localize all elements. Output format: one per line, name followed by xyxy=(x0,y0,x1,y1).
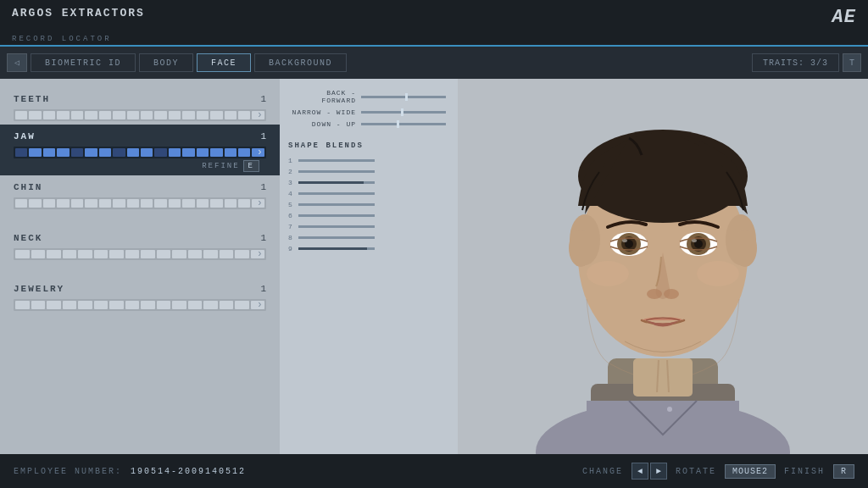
blend-num-6: 6 xyxy=(288,212,295,219)
blend-row-4: 4 xyxy=(288,190,458,197)
blend-track-1[interactable] xyxy=(298,159,375,162)
blend-row-3: 3 xyxy=(288,179,458,186)
blend-num-3: 3 xyxy=(288,179,295,186)
category-teeth[interactable]: TEETH 1 › xyxy=(0,87,280,125)
category-jaw[interactable]: JAW 1 › REFINE E xyxy=(0,125,280,175)
down-up-thumb xyxy=(397,120,399,128)
narrow-wide-row: NARROW - WIDE xyxy=(288,108,458,116)
teeth-slider[interactable]: › xyxy=(14,109,266,121)
change-prev-button[interactable]: ◄ xyxy=(632,463,648,480)
blend-track-6[interactable] xyxy=(298,214,375,217)
finish-label: FINISH xyxy=(784,467,825,476)
record-locator: RECORD LOCATOR xyxy=(12,35,112,43)
narrow-wide-label: NARROW - WIDE xyxy=(288,108,356,116)
top-bar: ARGOS EXTRACTORS RECORD LOCATOR AE xyxy=(0,0,868,47)
employee-number: 190514-2009140512 xyxy=(131,467,246,476)
svg-point-21 xyxy=(647,289,662,299)
blend-track-2[interactable] xyxy=(298,170,375,173)
ae-logo: AE xyxy=(832,7,856,28)
blend-row-5: 5 xyxy=(288,201,458,208)
down-up-row: DOWN - UP xyxy=(288,120,458,128)
svg-point-15 xyxy=(622,239,627,242)
blend-num-1: 1 xyxy=(288,157,295,164)
chin-label: CHIN xyxy=(14,182,42,192)
tab-background[interactable]: BACKGROUND xyxy=(254,53,347,72)
traits-tab[interactable]: TRAITS: 3/3 xyxy=(752,53,839,72)
jewelry-count: 1 xyxy=(260,284,266,294)
blend-row-8: 8 xyxy=(288,234,458,241)
down-up-track[interactable] xyxy=(361,123,446,125)
bottom-controls: CHANGE ◄ ► ROTATE MOUSE2 FINISH R xyxy=(582,463,854,480)
blend-row-6: 6 xyxy=(288,212,458,219)
finish-key[interactable]: R xyxy=(833,464,854,479)
refine-row: REFINE E xyxy=(14,158,266,172)
change-next-button[interactable]: ► xyxy=(650,463,667,480)
tab-biometric-id[interactable]: BIOMETRIC ID xyxy=(31,53,136,72)
back-forward-row: BACK - FORWARD xyxy=(288,89,458,104)
svg-point-20 xyxy=(692,239,697,242)
blend-fill-3 xyxy=(298,181,364,184)
down-up-label: DOWN - UP xyxy=(288,120,356,128)
shape-blends-title: SHAPE BLENDS xyxy=(288,141,458,150)
rotate-key[interactable]: MOUSE2 xyxy=(725,464,776,479)
refine-badge: REFINE E xyxy=(202,160,259,172)
t-button[interactable]: T xyxy=(843,53,861,72)
employee-label: EMPLOYEE NUMBER: xyxy=(14,467,122,476)
blend-num-7: 7 xyxy=(288,223,295,230)
back-button[interactable]: ◁ xyxy=(7,53,27,72)
blend-row-2: 2 xyxy=(288,168,458,175)
middle-panel: BACK - FORWARD NARROW - WIDE DOWN - UP S… xyxy=(280,79,458,454)
chin-arrow: › xyxy=(257,197,263,209)
neck-slider[interactable]: › xyxy=(14,248,266,260)
blend-track-3[interactable] xyxy=(298,181,375,184)
svg-rect-25 xyxy=(633,358,693,396)
blend-num-9: 9 xyxy=(288,245,295,252)
rotate-label: ROTATE xyxy=(676,467,716,476)
narrow-wide-thumb xyxy=(401,108,403,116)
jaw-label: JAW xyxy=(14,131,36,141)
svg-point-8 xyxy=(569,230,593,267)
blend-track-4[interactable] xyxy=(298,192,375,195)
jaw-slider[interactable]: › xyxy=(14,147,266,158)
bottom-bar: EMPLOYEE NUMBER: 190514-2009140512 CHANG… xyxy=(0,454,868,488)
jaw-arrow: › xyxy=(257,147,263,158)
chin-slider[interactable]: › xyxy=(14,197,266,209)
blend-track-5[interactable] xyxy=(298,203,375,206)
svg-point-4 xyxy=(667,407,672,412)
blend-fill-9 xyxy=(298,247,367,250)
blend-track-8[interactable] xyxy=(298,236,375,239)
direction-sliders: BACK - FORWARD NARROW - WIDE DOWN - UP xyxy=(288,89,458,128)
blend-num-2: 2 xyxy=(288,168,295,175)
narrow-wide-track[interactable] xyxy=(361,111,446,114)
company-name: ARGOS EXTRACTORS xyxy=(0,0,157,23)
svg-point-23 xyxy=(587,261,629,286)
blend-num-8: 8 xyxy=(288,234,295,241)
main-area: TEETH 1 › JAW 1 xyxy=(0,79,868,454)
jaw-count: 1 xyxy=(260,131,266,141)
teeth-arrow: › xyxy=(257,109,263,121)
left-panel: TEETH 1 › JAW 1 xyxy=(0,79,280,454)
svg-point-24 xyxy=(697,261,739,286)
tab-face[interactable]: FACE xyxy=(197,53,251,72)
character-preview xyxy=(458,79,868,454)
change-label: CHANGE xyxy=(582,467,623,476)
blend-num-4: 4 xyxy=(288,190,295,197)
svg-rect-3 xyxy=(587,401,739,455)
jewelry-slider[interactable]: › xyxy=(14,299,266,311)
refine-key: E xyxy=(243,160,259,172)
blend-track-9[interactable] xyxy=(298,247,375,250)
teeth-count: 1 xyxy=(260,94,266,104)
back-forward-label: BACK - FORWARD xyxy=(288,89,356,104)
category-jewelry[interactable]: JEWELRY 1 › xyxy=(0,277,280,314)
neck-label: NECK xyxy=(14,233,42,243)
blend-row-1: 1 xyxy=(288,157,458,164)
back-forward-track[interactable] xyxy=(361,96,446,98)
svg-point-9 xyxy=(733,230,757,267)
category-neck[interactable]: NECK 1 › xyxy=(0,226,280,263)
character-svg xyxy=(459,79,866,454)
neck-count: 1 xyxy=(260,233,266,243)
tab-body[interactable]: BODY xyxy=(139,53,193,72)
category-chin[interactable]: CHIN 1 › xyxy=(0,175,280,213)
blend-row-9: 9 xyxy=(288,245,458,252)
blend-track-7[interactable] xyxy=(298,225,375,228)
